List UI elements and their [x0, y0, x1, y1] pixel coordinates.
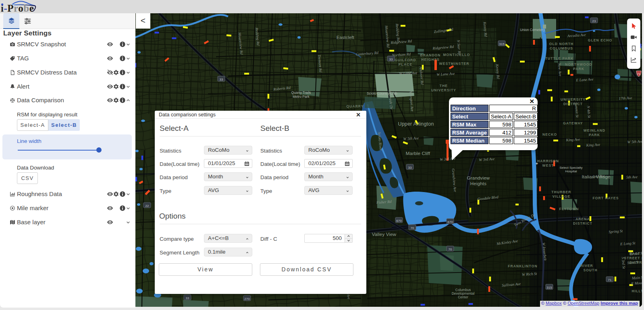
svg-text:Select Specialty: Select Specialty	[560, 166, 583, 169]
svg-text:Hospital: Hospital	[565, 169, 577, 173]
svg-text:17th Ave: 17th Ave	[619, 96, 632, 101]
svg-text:WESTMINSTER: WESTMINSTER	[439, 62, 469, 66]
svg-text:EAST TO: EAST TO	[629, 252, 642, 256]
svg-text:Upper Arlington: Upper Arlington	[398, 121, 434, 127]
svg-text:W 5th Ave: W 5th Ave	[403, 136, 419, 141]
svg-text:71: 71	[608, 278, 612, 282]
svg-text:315: 315	[499, 42, 505, 46]
svg-text:Metro Park: Metro Park	[293, 95, 310, 99]
svg-text:PLACE: PLACE	[399, 62, 412, 66]
svg-text:QUARRY: QUARRY	[346, 104, 364, 108]
svg-text:70: 70	[449, 248, 452, 251]
svg-text:Eastcleft: Eastcleft	[337, 35, 354, 40]
svg-text:OLD NORTH: OLD NORTH	[549, 42, 573, 46]
svg-text:NORTHWOOD: NORTHWOOD	[565, 62, 592, 66]
svg-text:COLUMBUS: COLUMBUS	[550, 46, 573, 50]
svg-text:i-Probe: i-Probe	[1, 3, 34, 13]
svg-text:SOUTH: SOUTH	[583, 268, 597, 272]
svg-text:FORT HAYES: FORT HAYES	[592, 196, 619, 200]
svg-text:HILLT: HILLT	[632, 289, 642, 293]
svg-text:MONTICELLO: MONTICELLO	[443, 53, 470, 57]
svg-text:E Mound St: E Mound St	[631, 280, 642, 285]
svg-text:GUILFORD: GUILFORD	[395, 58, 416, 62]
svg-text:270: 270	[244, 297, 250, 301]
svg-text:HARRISON: HARRISON	[537, 159, 559, 163]
svg-text:315: 315	[546, 286, 552, 289]
svg-text:Italian Village: Italian Village	[582, 174, 610, 179]
svg-text:PARK: PARK	[589, 133, 600, 137]
svg-text:Quarry Trails: Quarry Trails	[291, 91, 311, 95]
svg-text:VILLAGE: VILLAGE	[553, 194, 571, 198]
svg-text:STREET HIS: STREET HIS	[624, 256, 642, 260]
svg-text:Grandview: Grandview	[467, 176, 490, 180]
svg-text:WEINLAND: WEINLAND	[584, 128, 606, 132]
svg-text:670: 670	[396, 219, 402, 223]
svg-text:22: 22	[145, 204, 149, 208]
svg-text:THE: THE	[440, 84, 448, 88]
svg-text:King Ave: King Ave	[586, 143, 600, 147]
svg-text:+: +	[536, 161, 538, 166]
svg-text:70: 70	[411, 226, 414, 230]
svg-text:TUTTLE PARK: TUTTLE PARK	[545, 56, 574, 60]
svg-text:33: 33	[389, 58, 393, 61]
svg-text:PARK: PARK	[573, 67, 584, 71]
svg-text:33: 33	[186, 296, 189, 300]
svg-text:NECKO: NECKO	[542, 132, 557, 136]
svg-text:Marble Cliff: Marble Cliff	[406, 151, 430, 156]
svg-text:HEIGHTS: HEIGHTS	[421, 58, 439, 62]
svg-text:Main St: Main St	[632, 275, 642, 280]
svg-text:W 5th Ave: W 5th Ave	[627, 139, 642, 144]
svg-text:DISTRICT: DISTRICT	[563, 102, 583, 106]
svg-text:5th Ave: 5th Ave	[626, 175, 638, 179]
svg-text:Scioto Country Club: Scioto Country Club	[367, 91, 397, 95]
svg-text:Union Cemetery: Union Cemetery	[520, 28, 545, 32]
svg-text:670: 670	[447, 220, 453, 224]
svg-text:UNIVERSITY: UNIVERSITY	[431, 88, 456, 92]
svg-text:WESTGATE: WESTGATE	[348, 306, 370, 307]
svg-text:BRANDON: BRANDON	[420, 53, 440, 57]
svg-text:71: 71	[637, 72, 640, 75]
svg-text:Heights: Heights	[470, 181, 486, 186]
svg-text:GLEN ECHO: GLEN ECHO	[588, 38, 612, 42]
svg-text:33: 33	[220, 78, 223, 81]
svg-text:Valley View: Valley View	[372, 232, 397, 237]
svg-text:DISTRICT: DISTRICT	[573, 221, 592, 225]
svg-text:33: 33	[408, 166, 412, 169]
svg-text:FRANKLINTON: FRANKLINTON	[508, 264, 537, 268]
svg-text:WEST: WEST	[542, 163, 554, 167]
svg-text:FLYTOWN: FLYTOWN	[559, 207, 579, 211]
svg-text:RIVER: RIVER	[580, 264, 593, 268]
svg-text:King Ave: King Ave	[565, 137, 580, 142]
svg-text:DISTRIC: DISTRIC	[629, 260, 642, 265]
svg-text:UNIVERSITY: UNIVERSITY	[561, 97, 586, 101]
svg-text:THURBER: THURBER	[551, 190, 571, 194]
svg-text:23: 23	[592, 19, 596, 23]
svg-text:ARENA: ARENA	[575, 217, 590, 221]
svg-text:Center: Center	[458, 295, 468, 299]
svg-text:GATEWAY: GATEWAY	[563, 121, 583, 125]
